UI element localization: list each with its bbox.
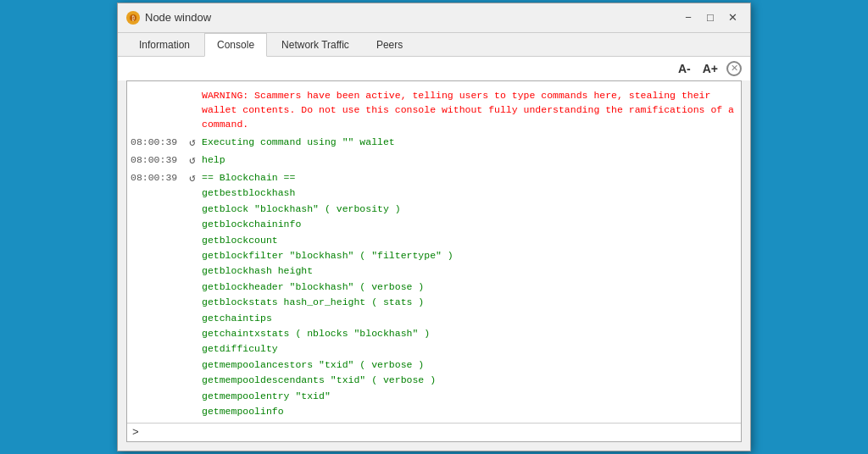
window-title: Node window bbox=[145, 11, 211, 24]
font-increase-button[interactable]: A+ bbox=[699, 60, 721, 77]
tab-information[interactable]: Information bbox=[126, 33, 203, 56]
svg-text:₿: ₿ bbox=[131, 15, 135, 22]
log-line-1: 08:00:39 ↺ Executing command using "" wa… bbox=[127, 135, 741, 152]
log-content-2: help bbox=[202, 152, 737, 168]
console-toolbar: A- A+ ✕ bbox=[118, 57, 750, 80]
console-input-row: > bbox=[127, 423, 741, 441]
title-bar-buttons: − □ ✕ bbox=[679, 8, 742, 27]
tab-network-traffic[interactable]: Network Traffic bbox=[269, 33, 362, 56]
log-icon-3: ↺ bbox=[183, 170, 202, 188]
warning-message: WARNING: Scammers have been active, tell… bbox=[195, 85, 741, 136]
maximize-button[interactable]: □ bbox=[701, 8, 720, 27]
close-icon: ✕ bbox=[731, 63, 738, 74]
log-icon-2: ↺ bbox=[183, 152, 202, 170]
console-output[interactable]: WARNING: Scammers have been active, tell… bbox=[127, 81, 741, 424]
log-line-3: 08:00:39 ↺ == Blockchain == getbestblock… bbox=[127, 170, 741, 419]
log-content-1: Executing command using "" wallet bbox=[202, 135, 737, 150]
minimize-button[interactable]: − bbox=[679, 8, 698, 27]
title-bar-left: ₿ Node window bbox=[126, 11, 211, 25]
tab-bar: Information Console Network Traffic Peer… bbox=[118, 33, 750, 57]
console-close-button[interactable]: ✕ bbox=[726, 61, 742, 76]
tab-peers[interactable]: Peers bbox=[364, 33, 415, 56]
log-time-2: 08:00:39 bbox=[131, 152, 183, 168]
title-bar: ₿ Node window − □ ✕ bbox=[118, 3, 750, 33]
app-icon: ₿ bbox=[126, 11, 140, 25]
log-content-3: == Blockchain == getbestblockhash getblo… bbox=[202, 170, 737, 419]
log-line-2: 08:00:39 ↺ help bbox=[127, 152, 741, 170]
close-button[interactable]: ✕ bbox=[723, 8, 742, 27]
console-area: WARNING: Scammers have been active, tell… bbox=[126, 80, 742, 443]
console-prompt: > bbox=[132, 426, 139, 439]
node-window: ₿ Node window − □ ✕ Information Console … bbox=[117, 3, 751, 452]
log-icon-1: ↺ bbox=[183, 135, 202, 152]
font-decrease-button[interactable]: A- bbox=[675, 60, 694, 77]
log-time-1: 08:00:39 bbox=[131, 135, 183, 150]
tab-console[interactable]: Console bbox=[204, 33, 267, 57]
log-time-3: 08:00:39 bbox=[131, 170, 183, 185]
console-input[interactable] bbox=[144, 427, 736, 438]
